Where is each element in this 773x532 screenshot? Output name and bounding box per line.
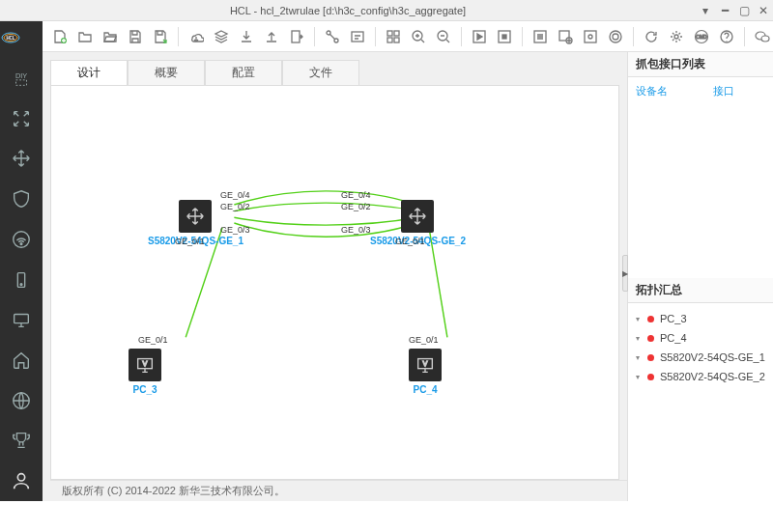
left-sidebar: HCL DIY bbox=[0, 21, 43, 501]
export-icon[interactable] bbox=[285, 25, 308, 48]
svg-text:V: V bbox=[143, 359, 148, 368]
dropdown-icon[interactable]: ▾ bbox=[696, 2, 715, 19]
titlebar: HCL - hcl_2twrulae [d:\h3c_config\h3c_ag… bbox=[0, 0, 773, 21]
diy-icon[interactable]: DIY bbox=[4, 62, 39, 95]
server-icon[interactable] bbox=[4, 264, 39, 296]
maximize-button[interactable]: ▢ bbox=[734, 2, 754, 19]
topology-canvas[interactable]: S5820V2-54QS-GE_1 S5820V2-54QS-GE_2 V PC… bbox=[50, 85, 619, 480]
pc-icon: V bbox=[129, 349, 161, 381]
topo-list: ▾PC_3 ▾PC_4 ▾S5820V2-54QS-GE_1 ▾S5820V2-… bbox=[628, 303, 773, 392]
port-label: GE_0/4 bbox=[341, 190, 371, 200]
node-label: PC_4 bbox=[409, 384, 442, 395]
reload-icon[interactable] bbox=[640, 25, 663, 48]
link-layer bbox=[51, 86, 618, 479]
svg-text:HCL: HCL bbox=[6, 36, 14, 41]
settings-icon[interactable] bbox=[665, 25, 688, 48]
svg-rect-25 bbox=[502, 35, 506, 39]
svg-rect-20 bbox=[394, 38, 399, 42]
home-icon[interactable] bbox=[4, 344, 39, 377]
expand-icon[interactable] bbox=[4, 102, 39, 135]
window-title: HCL - hcl_2twrulae [d:\h3c_config\h3c_ag… bbox=[0, 5, 696, 16]
svg-point-31 bbox=[613, 34, 618, 40]
stop-icon[interactable] bbox=[493, 25, 516, 48]
svg-point-11 bbox=[17, 474, 24, 481]
port-label: GE_0/3 bbox=[220, 225, 250, 235]
node-label: PC_3 bbox=[129, 384, 161, 395]
topo-item[interactable]: ▾S5820V2-54QS-GE_2 bbox=[632, 367, 773, 386]
col-interface[interactable]: 接口 bbox=[713, 84, 734, 98]
svg-rect-16 bbox=[352, 32, 363, 42]
hcl-logo: HCL bbox=[0, 27, 43, 52]
svg-rect-13 bbox=[292, 31, 300, 42]
list-icon[interactable] bbox=[529, 25, 552, 48]
globe-icon[interactable] bbox=[4, 384, 39, 417]
link-icon[interactable] bbox=[321, 25, 344, 48]
play-icon[interactable] bbox=[468, 25, 491, 48]
minimize-button[interactable]: ━ bbox=[715, 2, 734, 19]
upload-icon[interactable] bbox=[260, 25, 283, 48]
collapse-handle[interactable]: ▶ bbox=[622, 255, 628, 292]
zoomin-icon[interactable] bbox=[407, 25, 430, 48]
switch-icon bbox=[179, 200, 212, 233]
port-label: GE_0/2 bbox=[341, 202, 371, 211]
trophy-icon[interactable] bbox=[4, 425, 39, 458]
new-file-icon[interactable] bbox=[48, 25, 72, 48]
topo-item[interactable]: ▾S5820V2-54QS-GE_1 bbox=[632, 348, 773, 367]
topo-panel-header[interactable]: 拓扑汇总⠇ bbox=[628, 278, 773, 303]
capture-columns: 设备名 接口 bbox=[628, 77, 773, 104]
svg-point-37 bbox=[761, 36, 769, 42]
help-icon[interactable] bbox=[715, 25, 738, 48]
saveas-icon[interactable] bbox=[149, 25, 172, 48]
svg-rect-17 bbox=[387, 31, 392, 36]
port-label: GE_0/1 bbox=[395, 237, 425, 246]
pc-icon: V bbox=[409, 349, 442, 381]
port-label: GE_0/1 bbox=[175, 237, 205, 246]
node-pc3[interactable]: V PC_3 bbox=[129, 349, 161, 395]
svg-point-6 bbox=[20, 243, 22, 245]
text-icon[interactable] bbox=[346, 25, 369, 48]
svg-text:V: V bbox=[423, 359, 428, 368]
refresh-box-icon[interactable] bbox=[579, 25, 602, 48]
user-icon[interactable] bbox=[4, 464, 39, 497]
workspace: 设计 概要 配置 文件 bbox=[43, 52, 627, 501]
svg-rect-19 bbox=[387, 38, 392, 42]
topo-item[interactable]: ▾PC_4 bbox=[632, 328, 773, 348]
port-label: GE_0/1 bbox=[138, 335, 168, 345]
node-pc4[interactable]: V PC_4 bbox=[409, 349, 442, 395]
add-box-icon[interactable] bbox=[554, 25, 577, 48]
tab-design[interactable]: 设计 bbox=[50, 60, 128, 85]
col-device[interactable]: 设备名 bbox=[636, 84, 713, 98]
switch-icon bbox=[401, 200, 434, 233]
svg-text:CMD: CMD bbox=[696, 34, 707, 40]
capture-icon[interactable] bbox=[604, 25, 627, 48]
capture-panel-header[interactable]: 抓包接口列表⠇ bbox=[628, 52, 773, 77]
move-icon[interactable] bbox=[4, 143, 39, 176]
cloud-down-icon[interactable] bbox=[185, 25, 208, 48]
svg-rect-4 bbox=[16, 80, 27, 86]
wifi-icon[interactable] bbox=[4, 223, 39, 256]
open-icon[interactable] bbox=[99, 25, 122, 48]
svg-rect-9 bbox=[14, 315, 29, 323]
cmd-icon[interactable]: CMD bbox=[690, 25, 713, 48]
tab-file[interactable]: 文件 bbox=[282, 60, 359, 85]
layers-icon[interactable] bbox=[210, 25, 233, 48]
footer: 版权所有 (C) 2014-2022 新华三技术有限公司。 bbox=[50, 480, 627, 501]
download-icon[interactable] bbox=[235, 25, 258, 48]
open-folder-icon[interactable] bbox=[73, 25, 97, 48]
grid-icon[interactable] bbox=[382, 25, 405, 48]
port-label: GE_0/1 bbox=[409, 335, 439, 345]
port-label: GE_0/4 bbox=[220, 190, 250, 200]
topo-item[interactable]: ▾PC_3 bbox=[632, 309, 773, 328]
wechat-icon[interactable] bbox=[751, 25, 773, 48]
capture-list bbox=[628, 104, 773, 278]
svg-point-8 bbox=[20, 283, 22, 285]
save-icon[interactable] bbox=[124, 25, 147, 48]
close-button[interactable]: ✕ bbox=[754, 2, 773, 19]
shield-icon[interactable] bbox=[4, 182, 39, 215]
svg-rect-18 bbox=[394, 31, 399, 36]
tab-overview[interactable]: 概要 bbox=[128, 60, 205, 85]
zoomout-icon[interactable] bbox=[432, 25, 455, 48]
monitor-icon[interactable] bbox=[4, 303, 39, 336]
tab-config[interactable]: 配置 bbox=[205, 60, 282, 85]
port-label: GE_0/2 bbox=[220, 202, 250, 211]
